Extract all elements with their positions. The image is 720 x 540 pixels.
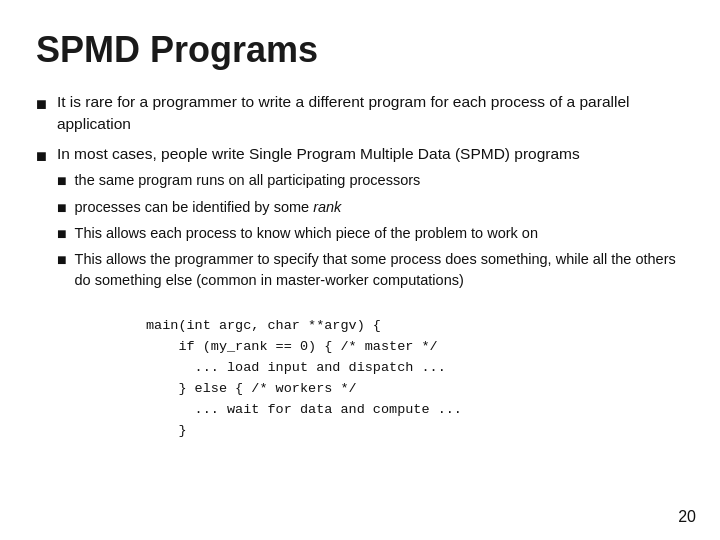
- slide-title: SPMD Programs: [36, 28, 684, 71]
- main-bullet-list: ■ It is rare for a programmer to write a…: [36, 91, 684, 294]
- main-bullet-2: ■ In most cases, people write Single Pro…: [36, 143, 684, 294]
- sub-bullet-4: ■ This allows the programmer to specify …: [57, 249, 684, 290]
- sub-bullet-4-text: This allows the programmer to specify th…: [75, 249, 684, 290]
- italic-rank: rank: [313, 199, 341, 215]
- sub-bullet-marker-2: ■: [57, 197, 67, 219]
- sub-bullet-1: ■ the same program runs on all participa…: [57, 170, 684, 192]
- sub-bullet-marker-3: ■: [57, 223, 67, 245]
- code-block: main(int argc, char **argv) { if (my_ran…: [146, 316, 684, 442]
- page-number: 20: [678, 508, 696, 526]
- sub-bullet-3: ■ This allows each process to know which…: [57, 223, 684, 245]
- main-bullet-2-content: In most cases, people write Single Progr…: [57, 143, 684, 294]
- sub-bullet-list: ■ the same program runs on all participa…: [57, 170, 684, 290]
- sub-bullet-3-text: This allows each process to know which p…: [75, 223, 538, 243]
- slide: SPMD Programs ■ It is rare for a program…: [0, 0, 720, 540]
- bullet-marker-1: ■: [36, 92, 47, 117]
- main-bullet-1-text: It is rare for a programmer to write a d…: [57, 91, 684, 134]
- sub-bullet-marker-1: ■: [57, 170, 67, 192]
- sub-bullet-2-text: processes can be identified by some rank: [75, 197, 342, 217]
- sub-bullet-2: ■ processes can be identified by some ra…: [57, 197, 684, 219]
- main-bullet-1: ■ It is rare for a programmer to write a…: [36, 91, 684, 134]
- main-bullet-2-text: In most cases, people write Single Progr…: [57, 145, 580, 162]
- sub-bullet-1-text: the same program runs on all participati…: [75, 170, 421, 190]
- bullet-marker-2: ■: [36, 144, 47, 169]
- sub-bullet-marker-4: ■: [57, 249, 67, 271]
